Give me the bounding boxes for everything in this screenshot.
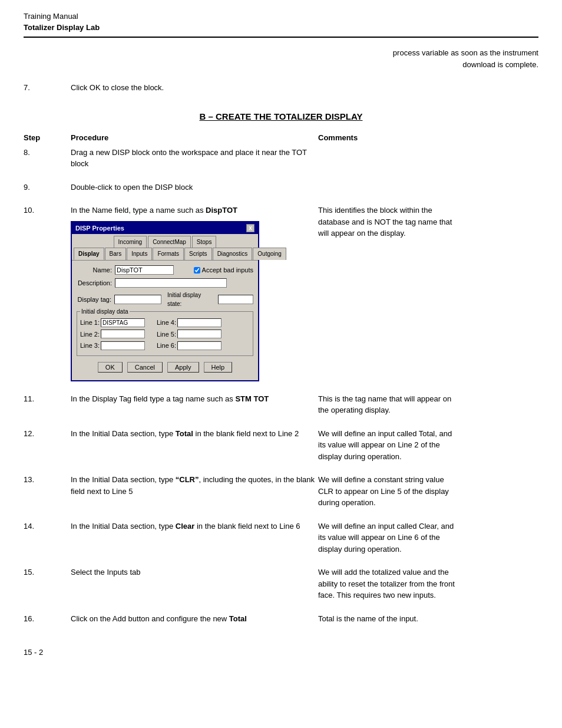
disp-dialog-buttons: OK Cancel Apply Help <box>77 359 253 375</box>
disp-dialog: DISP Properties x Incoming ConnectMap St… <box>71 221 259 381</box>
tab-diagnostics[interactable]: Diagnostics <box>213 248 253 260</box>
step-procedure-10: In the Name field, type a name such as D… <box>71 205 318 381</box>
disp-name-input[interactable] <box>115 265 174 275</box>
tab-display[interactable]: Display <box>74 248 104 260</box>
step-num-9: 9. <box>24 182 71 193</box>
step-procedure-14: In the Initial Data section, type Clear … <box>71 521 318 532</box>
proc-10-prefix: In the Name field, type a name such as <box>71 206 206 215</box>
step-row-15: 15. Select the Inputs tab We will add th… <box>24 566 538 601</box>
disp-line6-input[interactable] <box>177 341 222 350</box>
disp-line2-label: Line 2: <box>80 330 101 340</box>
step-num-8: 8. <box>24 147 71 159</box>
step-num-11: 11. <box>24 393 71 405</box>
disp-dialog-titlebar: DISP Properties x <box>72 222 258 235</box>
tab-incoming[interactable]: Incoming <box>114 236 147 248</box>
step-procedure-15: Select the Inputs tab <box>71 566 318 578</box>
disp-name-row: Name: Accept bad inputs <box>77 265 253 275</box>
step-comments-13: We will define a constant string value C… <box>318 474 538 509</box>
proc-16-prefix: Click on the Add button and configure th… <box>71 614 229 623</box>
disp-ok-button[interactable]: OK <box>98 362 123 373</box>
step-row-7: 7. Click OK to close the block. <box>24 82 538 94</box>
col-header-procedure: Procedure <box>71 133 318 142</box>
tab-formats[interactable]: Formats <box>153 248 184 260</box>
disp-initialstate-input[interactable] <box>218 295 253 304</box>
step-comments-15: We will add the totalized value and the … <box>318 566 538 601</box>
page-header: Training Manual <box>24 12 538 21</box>
disp-displaytag-label: Display tag: <box>77 295 114 305</box>
disp-description-input[interactable] <box>115 278 227 288</box>
proc-11-prefix: In the Display Tag field type a tag name… <box>71 394 235 403</box>
step-procedure-16: Click on the Add button and configure th… <box>71 613 318 625</box>
proc-14-suffix: in the blank field next to Line 6 <box>194 522 300 531</box>
disp-line5-label: Line 5: <box>157 330 177 340</box>
disp-line3-input[interactable] <box>101 341 145 350</box>
col-header-comments: Comments <box>318 133 538 142</box>
tab-outgoing[interactable]: Outgoing <box>253 248 286 260</box>
step-num-15: 15. <box>24 566 71 578</box>
disp-tab-row1: Incoming ConnectMap Stops <box>72 234 258 248</box>
step-procedure-7: Click OK to close the block. <box>71 82 318 94</box>
disp-line3-label: Line 3: <box>80 341 101 351</box>
tab-stops[interactable]: Stops <box>192 236 217 248</box>
page-subheader: Totalizer Display Lab <box>24 23 538 32</box>
proc-14-bold: Clear <box>176 522 195 531</box>
step-row-8: 8. Drag a new DISP block onto the worksp… <box>24 147 538 170</box>
header-divider <box>24 37 538 38</box>
intro-text: process variable as soon as the instrume… <box>318 47 538 70</box>
disp-initialstate-label: Initial display state: <box>167 291 216 308</box>
tab-connectmap[interactable]: ConnectMap <box>148 236 191 248</box>
disp-description-row: Description: <box>77 278 253 288</box>
step-num-14: 14. <box>24 521 71 532</box>
disp-line-row-1: Line 1: Line 4: <box>80 318 250 328</box>
disp-displaytag-row: Display tag: Initial display state: <box>77 291 253 308</box>
proc-13-prefix: In the Initial Data section, type <box>71 475 176 484</box>
step-procedure-12: In the Initial Data section, type Total … <box>71 428 318 440</box>
disp-line1-label: Line 1: <box>80 318 101 328</box>
step-procedure-13: In the Initial Data section, type “CLR”,… <box>71 474 318 497</box>
step-row-10: 10. In the Name field, type a name such … <box>24 205 538 381</box>
col-header-step: Step <box>24 133 71 142</box>
step-comments-14: We will define an input called Clear, an… <box>318 521 538 555</box>
step-num-12: 12. <box>24 428 71 440</box>
tab-bars[interactable]: Bars <box>105 248 127 260</box>
disp-tab-row2: Display Bars Inputs Formats Scripts Diag… <box>72 248 258 261</box>
step-comments-10: This identifies the block within the dat… <box>318 205 538 239</box>
disp-help-button[interactable]: Help <box>204 362 233 373</box>
proc-12-suffix: in the blank field next to Line 2 <box>193 429 299 438</box>
disp-line4-label: Line 4: <box>157 318 177 328</box>
step-comments-11: This is the tag name that will appear on… <box>318 393 538 416</box>
disp-dialog-content: Name: Accept bad inputs Description: Dis… <box>72 261 258 380</box>
disp-line5-input[interactable] <box>177 330 222 338</box>
step-procedure-11: In the Display Tag field type a tag name… <box>71 393 318 405</box>
section-title: B – CREATE THE TOTALIZER DISPLAY <box>24 111 538 121</box>
disp-initial-data-section: Initial display data Line 1: Line 4: <box>77 311 253 356</box>
proc-12-prefix: In the Initial Data section, type <box>71 429 176 438</box>
disp-line-row-2: Line 2: Line 5: <box>80 330 250 340</box>
proc-11-bold: STM TOT <box>235 394 269 403</box>
tab-inputs[interactable]: Inputs <box>127 248 152 260</box>
step-num-13: 13. <box>24 474 71 486</box>
step-num-16: 16. <box>24 613 71 625</box>
step-num-10: 10. <box>24 205 71 216</box>
disp-accept-inputs-label: Accept bad inputs <box>194 265 253 275</box>
disp-description-label: Description: <box>77 278 115 288</box>
page-footer: 15 - 2 <box>24 648 538 657</box>
disp-cancel-button[interactable]: Cancel <box>127 362 163 373</box>
disp-dialog-close-button[interactable]: x <box>246 224 254 232</box>
proc-12-bold: Total <box>176 429 193 438</box>
step-row-12: 12. In the Initial Data section, type To… <box>24 428 538 463</box>
disp-displaytag-input[interactable] <box>114 295 161 304</box>
step-procedure-9: Double-click to open the DISP block <box>71 182 318 193</box>
table-header: Step Procedure Comments <box>24 133 538 142</box>
disp-line4-input[interactable] <box>177 318 222 327</box>
disp-accept-inputs-checkbox[interactable] <box>194 267 200 274</box>
step-row-14: 14. In the Initial Data section, type Cl… <box>24 521 538 555</box>
disp-line1-input[interactable] <box>101 318 145 327</box>
disp-line2-input[interactable] <box>101 330 145 338</box>
tab-scripts[interactable]: Scripts <box>184 248 212 260</box>
disp-apply-button[interactable]: Apply <box>167 362 199 373</box>
step-comments-16: Total is the name of the input. <box>318 613 538 625</box>
proc-14-prefix: In the Initial Data section, type <box>71 522 176 531</box>
step-row-16: 16. Click on the Add button and configur… <box>24 613 538 625</box>
disp-line6-label: Line 6: <box>157 341 177 351</box>
